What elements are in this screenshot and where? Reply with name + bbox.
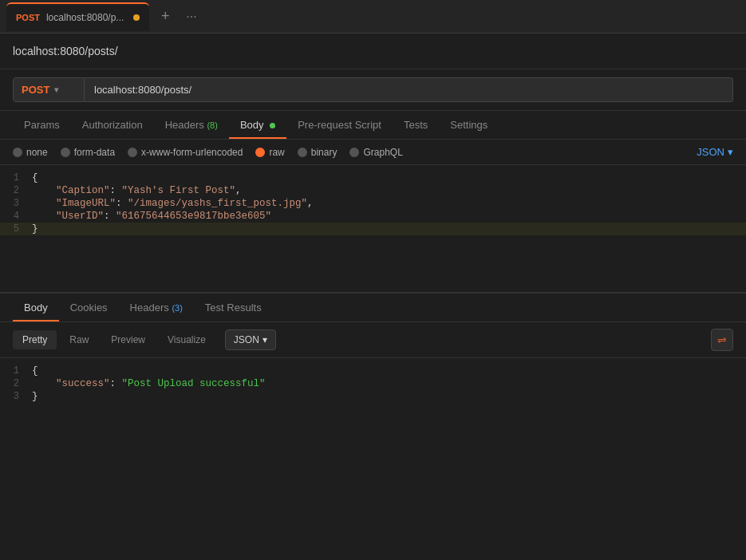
tab-url: localhost:8080/p... xyxy=(46,12,124,23)
json-chevron-icon: ▾ xyxy=(728,146,733,158)
url-bar-title-row: localhost:8080/posts/ xyxy=(0,34,746,69)
response-tab-cookies[interactable]: Cookies xyxy=(59,294,119,321)
req-line-5: 5 } xyxy=(0,223,746,235)
body-type-row: none form-data x-www-form-urlencoded raw… xyxy=(0,140,746,165)
tab-authorization[interactable]: Authorization xyxy=(71,111,154,139)
response-body-viewer: 1 { 2 "success": "Post Upload successful… xyxy=(0,358,746,409)
tab-bar: POST localhost:8080/p... + ··· xyxy=(0,0,746,34)
resp-line-2: 2 "success": "Post Upload successful" xyxy=(0,377,746,390)
response-toolbar: Pretty Raw Preview Visualize JSON ▾ ⇌ xyxy=(0,322,746,358)
request-nav-tabs: Params Authorization Headers (8) Body Pr… xyxy=(0,111,746,139)
tab-tests[interactable]: Tests xyxy=(393,111,439,139)
active-tab[interactable]: POST localhost:8080/p... xyxy=(6,2,149,31)
tab-settings[interactable]: Settings xyxy=(439,111,499,139)
more-tabs-button[interactable]: ··· xyxy=(181,10,201,24)
method-select[interactable]: POST ▾ xyxy=(13,77,85,102)
radio-graphql-dot xyxy=(349,148,359,157)
response-tab-body[interactable]: Body xyxy=(13,294,59,321)
method-chevron-icon: ▾ xyxy=(54,85,58,94)
body-type-form-data[interactable]: form-data xyxy=(61,147,115,158)
tab-method: POST xyxy=(16,13,40,22)
response-tab-test-results[interactable]: Test Results xyxy=(194,294,273,321)
headers-badge: (8) xyxy=(207,120,217,130)
tab-params[interactable]: Params xyxy=(13,111,71,139)
response-json-chevron-icon: ▾ xyxy=(262,334,267,345)
radio-urlencoded-dot xyxy=(128,148,137,157)
radio-raw-dot xyxy=(255,148,265,157)
request-section: POST ▾ Params Authorization Headers (8) … xyxy=(0,69,746,140)
radio-binary-dot xyxy=(298,148,307,157)
radio-none-dot xyxy=(13,148,22,157)
method-url-row: POST ▾ xyxy=(0,69,746,111)
page-title: localhost:8080/posts/ xyxy=(13,45,118,57)
body-type-none[interactable]: none xyxy=(13,147,48,158)
req-line-4: 4 "UserID": "61675644653e9817bbe3e605" xyxy=(0,210,746,223)
body-type-binary[interactable]: binary xyxy=(298,147,337,158)
response-headers-badge: (3) xyxy=(172,303,182,313)
body-type-raw[interactable]: raw xyxy=(255,147,284,158)
request-body-editor[interactable]: 1 { 2 "Caption": "Yash's First Post", 3 … xyxy=(0,165,746,293)
url-input[interactable] xyxy=(85,77,733,102)
tab-headers[interactable]: Headers (8) xyxy=(154,111,229,139)
response-section: Body Cookies Headers (3) Test Results Pr… xyxy=(0,293,746,409)
response-view-raw[interactable]: Raw xyxy=(60,330,98,349)
tab-body[interactable]: Body xyxy=(229,111,286,139)
tab-pre-request[interactable]: Pre-request Script xyxy=(286,111,393,139)
req-line-1: 1 { xyxy=(0,172,746,184)
body-active-dot xyxy=(270,123,275,128)
method-label: POST xyxy=(22,84,49,96)
wrap-icon: ⇌ xyxy=(717,333,727,346)
resp-line-1: 1 { xyxy=(0,365,746,377)
req-line-3: 3 "ImageURL": "/images/yashs_first_post.… xyxy=(0,197,746,210)
response-tab-headers[interactable]: Headers (3) xyxy=(119,294,194,321)
response-view-visualize[interactable]: Visualize xyxy=(158,330,215,349)
response-nav-tabs: Body Cookies Headers (3) Test Results xyxy=(0,294,746,322)
body-type-urlencoded[interactable]: x-www-form-urlencoded xyxy=(128,147,243,158)
response-view-preview[interactable]: Preview xyxy=(101,330,155,349)
tab-unsaved-dot xyxy=(133,14,140,21)
wrap-text-button[interactable]: ⇌ xyxy=(711,329,733,351)
json-format-dropdown[interactable]: JSON ▾ xyxy=(697,146,733,158)
radio-form-data-dot xyxy=(61,148,70,157)
req-line-2: 2 "Caption": "Yash's First Post", xyxy=(0,184,746,197)
body-type-graphql[interactable]: GraphQL xyxy=(349,147,402,158)
resp-line-3: 3 } xyxy=(0,390,746,403)
new-tab-button[interactable]: + xyxy=(152,4,178,30)
response-view-pretty[interactable]: Pretty xyxy=(13,330,57,349)
response-json-dropdown[interactable]: JSON ▾ xyxy=(225,329,276,350)
